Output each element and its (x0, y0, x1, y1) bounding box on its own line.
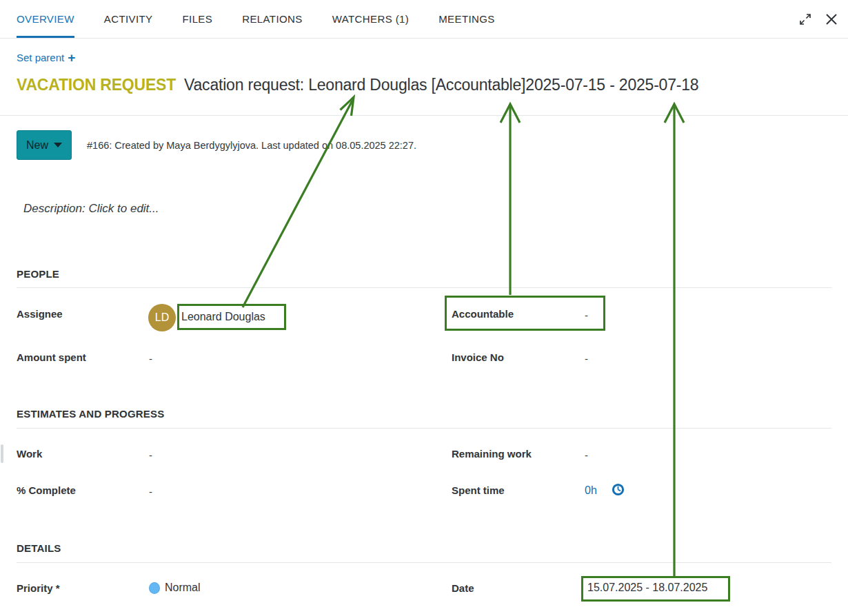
divider (17, 287, 831, 288)
priority-value[interactable]: Normal (149, 582, 201, 594)
tab-overview[interactable]: OVERVIEW (17, 0, 74, 38)
divider (17, 428, 831, 429)
section-details-title: DETAILS (17, 542, 61, 554)
percent-complete-value[interactable]: - (149, 486, 152, 497)
priority-dot-icon (149, 582, 160, 594)
assignee-value[interactable]: Leonard Douglas (181, 311, 265, 323)
work-package-type[interactable]: VACATION REQUEST (17, 76, 176, 94)
work-label: Work (17, 448, 141, 460)
set-parent-label: Set parent (17, 52, 64, 63)
log-time-clock-icon[interactable] (611, 482, 625, 500)
title-row: VACATION REQUESTVacation request: Leonar… (17, 76, 831, 94)
tab-bar: OVERVIEW ACTIVITY FILES RELATIONS WATCHE… (0, 0, 848, 39)
percent-complete-label: % Complete (17, 484, 141, 496)
invoice-no-value[interactable]: - (585, 353, 588, 365)
tab-list: OVERVIEW ACTIVITY FILES RELATIONS WATCHE… (17, 0, 495, 38)
chevron-down-icon (54, 143, 62, 147)
spent-time-label: Spent time (452, 484, 579, 496)
avatar[interactable]: LD (148, 304, 176, 331)
tab-relations[interactable]: RELATIONS (242, 0, 303, 38)
tab-meetings[interactable]: MEETINGS (438, 0, 495, 38)
tab-files[interactable]: FILES (183, 0, 213, 38)
section-estimates-title: ESTIMATES AND PROGRESS (17, 408, 164, 420)
status-dropdown-button[interactable]: New (17, 130, 72, 160)
created-updated-meta: #166: Created by Maya Berdygylyjova. Las… (87, 140, 416, 151)
remaining-work-value[interactable]: - (585, 449, 588, 461)
priority-text: Normal (165, 582, 201, 594)
remaining-work-label: Remaining work (452, 448, 579, 460)
scrollbar-thumb[interactable] (1, 444, 3, 463)
work-package-panel: OVERVIEW ACTIVITY FILES RELATIONS WATCHE… (0, 0, 848, 616)
invoice-no-label: Invoice No (452, 351, 579, 363)
date-value[interactable]: 15.07.2025 - 18.07.2025 (587, 582, 707, 594)
status-label: New (26, 139, 48, 152)
accountable-label: Accountable (452, 308, 579, 320)
accountable-value[interactable]: - (585, 309, 588, 321)
description-placeholder[interactable]: Description: Click to edit... (23, 202, 159, 216)
priority-label: Priority * (17, 582, 141, 594)
close-icon[interactable] (823, 11, 840, 28)
set-parent-button[interactable]: Set parent + (17, 52, 75, 63)
plus-icon: + (68, 53, 75, 63)
spent-time-value[interactable]: 0h (585, 484, 597, 497)
divider (0, 115, 848, 116)
tab-watchers[interactable]: WATCHERS (1) (332, 0, 409, 38)
amount-spent-value[interactable]: - (149, 353, 152, 365)
tab-actions (797, 0, 840, 39)
divider (17, 562, 831, 563)
expand-fullscreen-icon[interactable] (797, 11, 814, 28)
date-label: Date (452, 582, 579, 594)
work-package-title[interactable]: Vacation request: Leonard Douglas [Accou… (184, 76, 698, 94)
work-value[interactable]: - (149, 449, 152, 461)
amount-spent-label: Amount spent (17, 351, 141, 363)
tab-activity[interactable]: ACTIVITY (104, 0, 153, 38)
assignee-label: Assignee (17, 308, 141, 320)
section-people-title: PEOPLE (17, 268, 59, 280)
